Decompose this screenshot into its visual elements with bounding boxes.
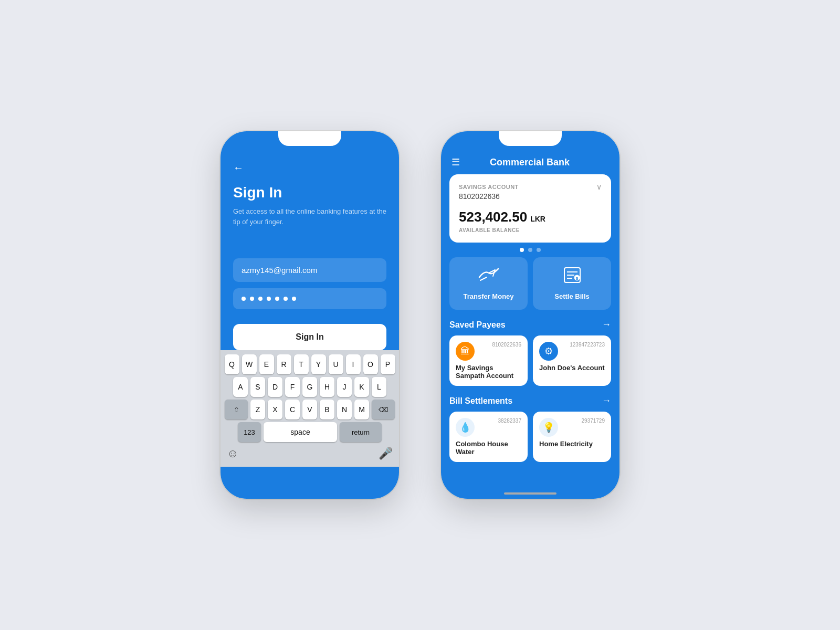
- delete-key[interactable]: ⌫: [372, 400, 395, 419]
- signin-phone-content: ← Sign In Get access to all the online b…: [220, 131, 399, 499]
- payees-row: 🏛 8102022636 My Savings Sampath Account …: [441, 335, 620, 386]
- key-u[interactable]: U: [329, 354, 343, 374]
- account-number: 8102022636: [459, 192, 602, 201]
- banking-phone: ☰ Commercial Bank SAVINGS ACCOUNT ∨ 8102…: [441, 131, 620, 499]
- key-r[interactable]: R: [277, 354, 291, 374]
- signin-fields: [220, 237, 399, 320]
- transfer-money-card[interactable]: Transfer Money: [449, 257, 528, 310]
- key-z[interactable]: Z: [250, 400, 265, 419]
- key-n[interactable]: N: [337, 400, 352, 419]
- shift-key[interactable]: ⇧: [225, 400, 248, 419]
- balance-label: AVAILABLE BALANCE: [459, 227, 602, 233]
- dots-indicator: [441, 243, 620, 257]
- payee-account-number-1: 8102022636: [492, 342, 521, 348]
- saved-payees-arrow[interactable]: →: [602, 319, 611, 330]
- account-card[interactable]: SAVINGS ACCOUNT ∨ 8102022636 523,402.50 …: [449, 174, 611, 243]
- dot-indicator-3[interactable]: [537, 248, 541, 252]
- email-input[interactable]: [233, 258, 386, 282]
- key-a[interactable]: A: [233, 377, 248, 397]
- svg-text:$: $: [575, 276, 578, 281]
- quick-actions: Transfer Money $ Settle Bills: [441, 257, 620, 310]
- banking-phone-content: ☰ Commercial Bank SAVINGS ACCOUNT ∨ 8102…: [441, 131, 620, 499]
- dot-indicator-2[interactable]: [528, 248, 532, 252]
- settle-bills-icon: $: [563, 267, 582, 287]
- return-key[interactable]: return: [340, 422, 382, 442]
- saved-payees-header: Saved Payees →: [441, 317, 620, 335]
- bill-settlements-title: Bill Settlements: [449, 396, 512, 406]
- bill-number-2: 29371729: [582, 418, 605, 424]
- key-i[interactable]: I: [346, 354, 361, 374]
- hamburger-icon[interactable]: ☰: [452, 156, 460, 168]
- signin-button[interactable]: Sign In: [233, 324, 386, 350]
- bill-card-water[interactable]: 💧 38282337 Colombo House Water: [449, 412, 528, 462]
- account-type-label: SAVINGS ACCOUNT: [459, 184, 519, 190]
- bank-header: ☰ Commercial Bank: [441, 146, 620, 174]
- key-l[interactable]: L: [372, 377, 386, 397]
- password-dot: [284, 297, 288, 301]
- bill-icon-water: 💧: [456, 418, 475, 437]
- key-s[interactable]: S: [250, 377, 265, 397]
- keyboard-row-4: 123 space return: [223, 422, 397, 442]
- chevron-down-icon[interactable]: ∨: [596, 183, 602, 191]
- saved-payees-title: Saved Payees: [449, 320, 506, 330]
- password-dot: [292, 297, 296, 301]
- key-e[interactable]: E: [259, 354, 274, 374]
- key-k[interactable]: K: [354, 377, 369, 397]
- key-w[interactable]: W: [242, 354, 257, 374]
- bill-settlements-header: Bill Settlements →: [441, 393, 620, 412]
- bill-card-electricity[interactable]: 💡 29371729 Home Electricity: [533, 412, 611, 462]
- key-o[interactable]: O: [363, 354, 378, 374]
- keyboard-row-2: A S D F G H J K L: [223, 377, 397, 397]
- phones-container: ← Sign In Get access to all the online b…: [220, 131, 620, 499]
- home-bar: [504, 492, 556, 495]
- keyboard-bottom: ☺ 🎤: [223, 445, 397, 465]
- key-d[interactable]: D: [268, 377, 282, 397]
- key-h[interactable]: H: [320, 377, 334, 397]
- account-type-row: SAVINGS ACCOUNT ∨: [459, 183, 602, 191]
- settle-bills-label: Settle Bills: [554, 292, 589, 300]
- bill-icon-row-2: 💡 29371729: [539, 418, 605, 437]
- key-q[interactable]: Q: [225, 354, 239, 374]
- signin-title: Sign In: [233, 184, 386, 201]
- key-p[interactable]: P: [381, 354, 395, 374]
- emoji-icon[interactable]: ☺: [227, 447, 238, 460]
- payee-icon-sampath: 🏛: [456, 342, 475, 361]
- password-dot: [242, 297, 246, 301]
- numbers-key[interactable]: 123: [238, 422, 261, 442]
- phone-notch: [278, 131, 341, 146]
- keyboard: Q W E R T Y U I O P A S D F G H: [220, 350, 399, 467]
- keyboard-row-1: Q W E R T Y U I O P: [223, 354, 397, 374]
- balance-amount: 523,402.50: [459, 209, 527, 225]
- payee-icon-row-1: 🏛 8102022636: [456, 342, 521, 361]
- key-f[interactable]: F: [285, 377, 300, 397]
- transfer-money-icon: [478, 267, 499, 287]
- keyboard-row-3: ⇧ Z X C V B N M ⌫: [223, 400, 397, 419]
- key-c[interactable]: C: [285, 400, 300, 419]
- bill-name-1: Colombo House Water: [456, 440, 521, 456]
- balance-currency: LKR: [530, 215, 545, 223]
- microphone-icon[interactable]: 🎤: [379, 447, 393, 460]
- back-arrow[interactable]: ←: [233, 162, 386, 174]
- key-m[interactable]: M: [354, 400, 369, 419]
- password-dot: [258, 297, 262, 301]
- signin-subtitle: Get access to all the online banking fea…: [233, 206, 386, 227]
- settle-bills-card[interactable]: $ Settle Bills: [533, 257, 611, 310]
- key-x[interactable]: X: [268, 400, 282, 419]
- password-field[interactable]: [233, 288, 386, 309]
- payee-card-johndoe[interactable]: ⚙ 123947223723 John Doe's Account: [533, 335, 611, 386]
- bill-settlements-arrow[interactable]: →: [602, 395, 611, 406]
- key-y[interactable]: Y: [311, 354, 326, 374]
- password-dot: [275, 297, 279, 301]
- bill-icon-electricity: 💡: [539, 418, 558, 437]
- dot-indicator-1[interactable]: [520, 248, 524, 252]
- key-j[interactable]: J: [337, 377, 352, 397]
- key-v[interactable]: V: [302, 400, 317, 419]
- bill-icon-row-1: 💧 38282337: [456, 418, 521, 437]
- key-g[interactable]: G: [302, 377, 317, 397]
- bank-title: Commercial Bank: [468, 157, 591, 168]
- space-key[interactable]: space: [264, 422, 337, 442]
- payee-name-2: John Doe's Account: [539, 364, 605, 372]
- key-b[interactable]: B: [320, 400, 334, 419]
- payee-card-sampath[interactable]: 🏛 8102022636 My Savings Sampath Account: [449, 335, 528, 386]
- key-t[interactable]: T: [294, 354, 309, 374]
